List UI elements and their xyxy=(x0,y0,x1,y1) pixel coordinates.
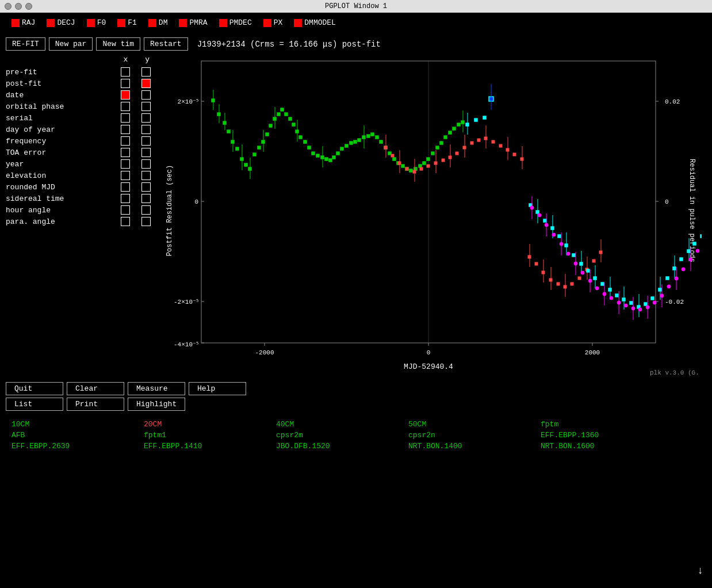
svg-rect-73 xyxy=(423,162,426,165)
svg-rect-50 xyxy=(329,159,332,162)
param-decj[interactable]: DECJ xyxy=(47,18,75,27)
down-arrow[interactable]: ↓ xyxy=(697,565,703,576)
param-pmra[interactable]: PMRA xyxy=(179,18,207,27)
hourangle-y-cb[interactable] xyxy=(141,205,151,215)
param-dmmodel[interactable]: DMMODEL xyxy=(294,18,336,27)
measure-button[interactable]: Measure xyxy=(128,382,185,395)
toa-y-cb[interactable] xyxy=(141,148,151,157)
maximize-btn[interactable] xyxy=(25,3,32,10)
newtim-button[interactable]: New tim xyxy=(96,37,140,51)
elevation-x-cb[interactable] xyxy=(121,171,130,180)
dayofyear-y-cb[interactable] xyxy=(141,125,151,134)
param-f0[interactable]: F0 xyxy=(87,18,106,27)
refit-button[interactable]: RE-FIT xyxy=(6,37,45,51)
rounded-label: rounded MJD xyxy=(6,183,121,192)
orbital-label: orbital phase xyxy=(6,102,121,111)
param-bar: RAJ DECJ F0 F1 DM PMRA PMDEC PX DMMODEL xyxy=(0,13,712,33)
orbital-y-cb[interactable] xyxy=(141,102,151,111)
xtick-m2000: -2000 xyxy=(255,349,274,356)
plot-area: Postfit Residual (sec) 2×10⁻⁵ 0 -2×10⁻⁵ … xyxy=(161,55,706,377)
postfit-x-cb[interactable] xyxy=(121,79,130,88)
highlight-button[interactable]: Highlight xyxy=(128,398,185,411)
row-toa: TOA error xyxy=(6,147,161,158)
bottom-btn-row2: List Print Highlight xyxy=(6,398,706,411)
svg-rect-81 xyxy=(457,123,460,126)
svg-rect-65 xyxy=(388,152,391,155)
f0-label: F0 xyxy=(97,18,106,27)
prefit-x-cb[interactable] xyxy=(121,67,130,77)
ytick-m2e5: -2×10⁻⁵ xyxy=(174,299,198,306)
paraangle-x-cb[interactable] xyxy=(121,217,130,226)
legend-eff2639: EFF.EBPP.2639 xyxy=(12,442,144,450)
axis-header: x y xyxy=(6,55,161,64)
date-x-cb[interactable] xyxy=(121,90,130,100)
svg-rect-60 xyxy=(367,135,370,138)
prefit-y-cb[interactable] xyxy=(141,67,151,77)
clear-button[interactable]: Clear xyxy=(67,382,124,395)
close-btn[interactable] xyxy=(5,3,12,10)
param-raj[interactable]: RAJ xyxy=(12,18,35,27)
year-x-cb[interactable] xyxy=(121,159,130,169)
row-rounded: rounded MJD xyxy=(6,181,161,193)
svg-rect-142 xyxy=(558,235,561,238)
frequency-x-cb[interactable] xyxy=(121,136,130,146)
param-f1[interactable]: F1 xyxy=(117,18,137,27)
yright-tick-m002: -0.02 xyxy=(665,299,684,306)
year-y-cb[interactable] xyxy=(141,159,151,169)
decj-label: DECJ xyxy=(57,18,75,27)
sidereal-x-cb[interactable] xyxy=(121,194,130,203)
legend-row2: AFB fptm1 cpsr2m cpsr2n EFF.EBPP.1360 xyxy=(12,431,700,440)
dmmodel-box xyxy=(294,19,302,27)
date-y-cb[interactable] xyxy=(141,90,151,100)
svg-rect-120 xyxy=(557,282,560,285)
rounded-x-cb[interactable] xyxy=(121,182,130,192)
svg-point-186 xyxy=(581,271,584,274)
help-button[interactable]: Help xyxy=(189,382,246,395)
elevation-checkboxes xyxy=(121,171,151,180)
param-dm[interactable]: DM xyxy=(148,18,168,27)
frequency-y-cb[interactable] xyxy=(141,136,151,146)
raj-label: RAJ xyxy=(22,18,35,27)
toa-checkboxes xyxy=(121,148,151,157)
xtick-2000: 2000 xyxy=(585,349,600,356)
dayofyear-x-cb[interactable] xyxy=(121,125,130,134)
svg-point-207 xyxy=(682,268,685,271)
date-label: date xyxy=(6,91,121,100)
elevation-y-cb[interactable] xyxy=(141,171,151,180)
svg-rect-79 xyxy=(449,131,451,134)
paraangle-label: para. angle xyxy=(6,217,121,226)
print-button[interactable]: Print xyxy=(67,398,124,411)
bottom-controls: Quit Clear Measure Help List Print Highl… xyxy=(0,377,712,415)
param-px[interactable]: PX xyxy=(263,18,283,27)
quit-button[interactable]: Quit xyxy=(6,382,63,395)
serial-x-cb[interactable] xyxy=(121,113,130,123)
legend-area: 10CM 20CM 40CM 50CM fptm AFB fptm1 cpsr2… xyxy=(0,415,712,455)
titlebar: PGPLOT Window 1 xyxy=(0,0,712,13)
list-button[interactable]: List xyxy=(6,398,63,411)
legend-10cm: 10CM xyxy=(12,420,144,429)
newpar-button[interactable]: New par xyxy=(49,37,93,51)
postfit-y-cb[interactable] xyxy=(141,79,151,88)
minimize-btn[interactable] xyxy=(15,3,22,10)
toa-x-cb[interactable] xyxy=(121,148,130,157)
restart-button[interactable]: Restart xyxy=(144,37,188,51)
row-serial: serial xyxy=(6,112,161,124)
rounded-y-cb[interactable] xyxy=(141,182,151,192)
legend-nrt1600: NRT.BON.1600 xyxy=(541,442,673,450)
paraangle-y-cb[interactable] xyxy=(141,217,151,226)
svg-rect-53 xyxy=(340,147,343,150)
svg-rect-36 xyxy=(281,108,284,111)
legend-40cm: 40CM xyxy=(276,420,408,429)
orbital-x-cb[interactable] xyxy=(121,102,130,111)
serial-y-cb[interactable] xyxy=(141,113,151,123)
svg-rect-49 xyxy=(325,158,328,161)
hourangle-x-cb[interactable] xyxy=(121,205,130,215)
hourangle-label: hour angle xyxy=(6,206,121,215)
row-orbital: orbital phase xyxy=(6,101,161,112)
left-controls: x y pre-fit post-fit date xyxy=(6,55,161,377)
x-axis-label: MJD-52940.4 xyxy=(404,362,453,371)
svg-rect-55 xyxy=(350,142,353,144)
svg-rect-133 xyxy=(483,116,486,119)
sidereal-y-cb[interactable] xyxy=(141,194,151,203)
param-pmdec[interactable]: PMDEC xyxy=(219,18,252,27)
